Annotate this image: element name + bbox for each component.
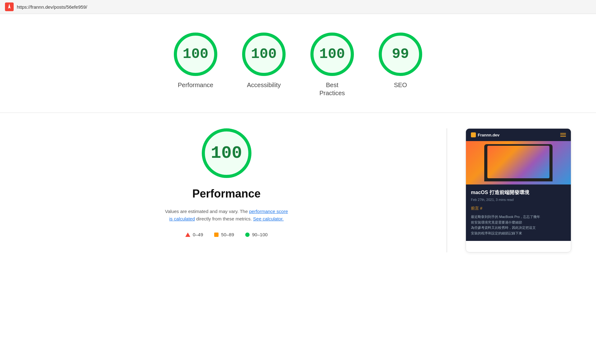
preview-post-title: macOS 打造前端開發環境 <box>471 189 566 196</box>
brand-name: Frannn.dev <box>478 133 499 137</box>
score-number-best-practices: 100 <box>319 46 345 62</box>
preview-nav: Frannn.dev <box>466 129 571 141</box>
score-circle-performance: 100 <box>174 33 217 76</box>
score-label-accessibility: Accessibility <box>247 81 281 89</box>
score-item-seo: 99 SEO <box>379 33 422 89</box>
score-circle-best-practices: 100 <box>310 33 354 76</box>
preview-content: macOS 打造前端開發環境 Feb 27th, 2021, 3 mins re… <box>466 184 571 241</box>
preview-post-text: 最近剛拿到到手的 MacBook Pro，忘忘了幾年前安裝環境究竟是需要過什麼細… <box>471 214 566 236</box>
browser-bar: https://frannn.dev/posts/56efe959/ <box>0 0 596 14</box>
lighthouse-icon <box>5 2 14 11</box>
vertical-divider <box>447 128 447 252</box>
legend-poor: 0–49 <box>185 232 203 237</box>
description-text-before: Values are estimated and may vary. The <box>165 209 249 214</box>
preview-brand: Frannn.dev <box>471 132 499 137</box>
performance-detail-left: 100 Performance Values are estimated and… <box>25 128 428 252</box>
brand-icon <box>471 132 476 137</box>
detail-score-circle: 100 <box>202 128 251 178</box>
legend-needs-improvement: 50–89 <box>214 232 234 237</box>
good-icon <box>245 233 250 237</box>
top-scores-section: 100 Performance 100 Accessibility 100 Be… <box>0 14 596 113</box>
preview-post-image <box>466 141 571 184</box>
score-item-best-practices: 100 BestPractices <box>310 33 354 97</box>
preview-post-meta: Feb 27th, 2021, 3 mins read <box>471 198 566 202</box>
preview-card: Frannn.dev macOS 打造前端開發環境 Feb 27th, 2021… <box>466 128 571 252</box>
see-calculator-link[interactable]: See calculator. <box>253 216 283 221</box>
score-label-performance: Performance <box>178 81 214 89</box>
legend-good: 90–100 <box>245 232 268 237</box>
detail-section: 100 Performance Values are estimated and… <box>0 113 596 268</box>
description-text-middle: directly from these metrics. <box>195 216 253 221</box>
laptop-mockup <box>484 144 553 181</box>
laptop-screen <box>487 146 549 178</box>
score-number-seo: 99 <box>392 46 409 62</box>
score-number-accessibility: 100 <box>251 46 277 62</box>
score-circle-seo: 99 <box>379 33 422 76</box>
score-item-performance: 100 Performance <box>174 33 217 89</box>
needs-improvement-label: 50–89 <box>221 232 234 237</box>
detail-score-number: 100 <box>211 143 242 163</box>
detail-title: Performance <box>192 187 260 200</box>
poor-icon <box>185 233 190 237</box>
score-label-seo: SEO <box>394 81 407 89</box>
score-legend: 0–49 50–89 90–100 <box>185 232 268 237</box>
hamburger-icon <box>560 133 566 137</box>
good-label: 90–100 <box>252 232 268 237</box>
score-label-best-practices: BestPractices <box>319 81 345 97</box>
poor-label: 0–49 <box>193 232 203 237</box>
score-item-accessibility: 100 Accessibility <box>242 33 286 89</box>
browser-url: https://frannn.dev/posts/56efe959/ <box>17 4 87 10</box>
score-circle-accessibility: 100 <box>242 33 286 76</box>
detail-description: Values are estimated and may vary. The p… <box>165 208 288 223</box>
score-number-performance: 100 <box>183 46 209 62</box>
needs-improvement-icon <box>214 233 219 237</box>
preview-tag: 前言 # <box>471 206 482 211</box>
